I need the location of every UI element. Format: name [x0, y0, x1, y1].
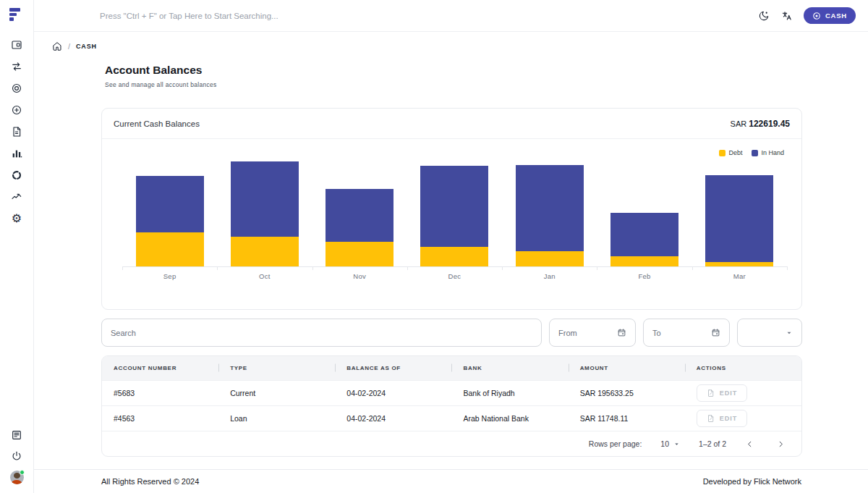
footer-copyright: All Rights Reserved © 2024 — [101, 477, 199, 486]
cell-account: #5683 — [102, 380, 218, 405]
col-actions: ACTIONS — [685, 356, 801, 380]
rows-per-page-select[interactable]: 10 — [660, 439, 680, 448]
bar-segment-in-hand[interactable] — [231, 161, 299, 237]
x-axis-label: Nov — [312, 272, 407, 280]
page-subtitle: See and manage all account balances — [105, 81, 868, 88]
pagination-range: 1–2 of 2 — [699, 439, 726, 448]
transfers-icon[interactable] — [11, 60, 23, 72]
caret-down-icon — [673, 441, 680, 447]
cash-button[interactable]: CASH — [804, 7, 856, 24]
cell-balance-as-of: 04-02-2024 — [335, 380, 451, 405]
invoices-icon[interactable] — [11, 125, 23, 138]
dark-mode-moon-icon[interactable] — [757, 9, 770, 22]
accounts-table: ACCOUNT NUMBER TYPE BALANCE AS OF BANK A… — [102, 356, 801, 431]
bar-stack-mar[interactable] — [705, 175, 773, 266]
bar-stack-dec[interactable] — [420, 166, 488, 266]
sync-icon[interactable] — [11, 169, 23, 181]
bar-segment-in-hand[interactable] — [610, 213, 678, 256]
footer: All Rights Reserved © 2024 Developed by … — [34, 469, 868, 486]
sidebar: ⚙ — [0, 0, 34, 493]
bar-segment-debt[interactable] — [610, 256, 678, 266]
online-status-dot — [20, 470, 25, 475]
x-axis-tick — [122, 266, 123, 270]
translate-icon[interactable] — [780, 9, 793, 22]
col-account-number: ACCOUNT NUMBER — [102, 356, 218, 380]
debt-swatch — [719, 150, 726, 156]
cell-amount: SAR 11748.11 — [569, 405, 685, 431]
news-icon[interactable] — [11, 429, 23, 441]
bar-stack-sep[interactable] — [136, 176, 204, 266]
trending-icon[interactable] — [11, 190, 23, 203]
sidebar-bottom — [0, 429, 33, 484]
date-to-input[interactable] — [652, 329, 711, 337]
bar-segment-in-hand[interactable] — [705, 175, 773, 262]
breadcrumb: / CASH — [52, 41, 868, 51]
x-axis-tick — [787, 266, 788, 270]
bar-stack-feb[interactable] — [610, 213, 678, 266]
date-to-field[interactable] — [643, 319, 730, 347]
breadcrumb-current: CASH — [76, 43, 97, 50]
in-hand-swatch — [752, 150, 758, 156]
bar-slot — [502, 162, 597, 266]
bar-segment-debt[interactable] — [516, 251, 584, 266]
bar-slot — [312, 162, 407, 266]
date-from-input[interactable] — [558, 329, 617, 337]
cell-type: Current — [218, 380, 335, 405]
bar-segment-debt[interactable] — [420, 247, 488, 266]
x-axis-tick — [407, 266, 408, 270]
edit-icon — [707, 389, 715, 397]
x-axis-label: Jan — [502, 272, 597, 280]
power-icon[interactable] — [11, 450, 23, 462]
col-bank: BANK — [451, 356, 568, 380]
calendar-icon[interactable] — [711, 328, 720, 337]
bar-stack-oct[interactable] — [231, 161, 299, 266]
legend-item-debt[interactable]: Debt — [719, 149, 742, 156]
edit-button[interactable]: EDIT — [697, 384, 748, 402]
x-axis-label: Feb — [597, 272, 692, 280]
filter-row — [101, 319, 802, 347]
chart-total: SAR 122619.45 — [731, 119, 790, 129]
bar-stack-jan[interactable] — [516, 165, 584, 266]
wallet-icon[interactable] — [11, 38, 23, 51]
calendar-icon[interactable] — [617, 328, 626, 337]
col-amount: AMOUNT — [569, 356, 685, 380]
target-icon[interactable] — [11, 82, 23, 94]
bar-segment-debt[interactable] — [136, 232, 204, 266]
add-circle-icon[interactable] — [11, 104, 23, 116]
chevron-right-icon[interactable] — [776, 439, 786, 449]
bar-segment-debt[interactable] — [705, 262, 773, 266]
user-avatar[interactable] — [10, 471, 24, 484]
cell-account: #4563 — [102, 405, 218, 431]
cell-amount: SAR 195633.25 — [569, 380, 685, 405]
table-search-field[interactable] — [101, 319, 542, 347]
rows-per-page-label: Rows per page: — [589, 439, 642, 448]
table-search-input[interactable] — [111, 329, 532, 337]
bar-segment-in-hand[interactable] — [326, 189, 393, 242]
breadcrumb-separator: / — [68, 42, 70, 51]
edit-icon — [707, 414, 715, 423]
global-search-input[interactable] — [100, 12, 757, 20]
bar-chart-icon[interactable] — [11, 147, 23, 159]
bar-segment-in-hand[interactable] — [516, 165, 584, 251]
page-title: Account Balances — [105, 64, 868, 77]
x-axis-label: Sep — [122, 272, 217, 280]
filter-select[interactable] — [737, 319, 802, 347]
bar-segment-debt[interactable] — [231, 237, 299, 266]
bar-slot — [597, 162, 692, 266]
edit-button[interactable]: EDIT — [697, 410, 748, 427]
bar-slot — [122, 162, 217, 266]
bar-stack-nov[interactable] — [326, 189, 393, 266]
chevron-left-icon[interactable] — [745, 439, 754, 449]
legend-item-in-hand[interactable]: In Hand — [752, 149, 784, 156]
bar-segment-in-hand[interactable] — [136, 176, 204, 232]
bar-slot — [692, 162, 787, 266]
x-axis-tick — [217, 266, 218, 270]
bar-segment-debt[interactable] — [326, 242, 393, 266]
flick-logo[interactable] — [9, 8, 24, 22]
bar-segment-in-hand[interactable] — [420, 166, 488, 247]
settings-icon[interactable]: ⚙ — [11, 212, 23, 224]
home-icon[interactable] — [52, 41, 62, 51]
table-row: #5683 Current 04-02-2024 Bank of Riyadh … — [102, 380, 801, 405]
date-from-field[interactable] — [549, 319, 636, 347]
cash-button-label: CASH — [825, 12, 847, 20]
